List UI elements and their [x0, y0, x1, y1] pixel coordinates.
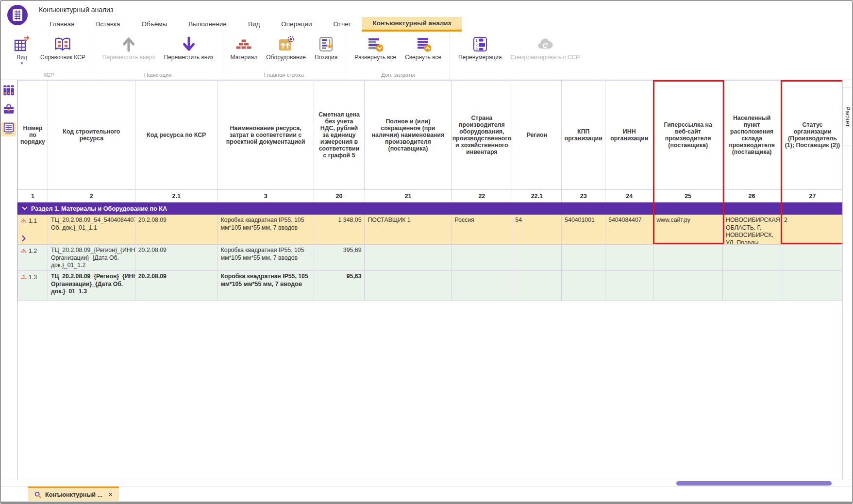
column-number: 1: [18, 190, 48, 202]
ribbon-button-label: Переместить вниз: [164, 54, 214, 61]
book-icon: [54, 35, 71, 53]
app-logo-icon: [7, 4, 28, 26]
column-header[interactable]: ИНН организации: [605, 81, 653, 189]
bricks-button[interactable]: Материал: [226, 34, 262, 62]
horizontal-scrollbar-thumb[interactable]: [676, 481, 832, 486]
table-cell[interactable]: [562, 271, 605, 301]
table-cell[interactable]: [512, 245, 562, 271]
table-cell[interactable]: Коробка квадратная IP55, 105 мм*105 мм*5…: [218, 215, 314, 245]
table-cell[interactable]: 20.2.08.09: [135, 215, 218, 245]
table-cell[interactable]: [781, 245, 842, 271]
ribbon-tab[interactable]: Вид: [237, 17, 270, 32]
table-cell[interactable]: НОВОСИБИРСКАЯ ОБЛАСТЬ, Г. НОВОСИБИРСК, У…: [723, 215, 781, 245]
close-tab-icon[interactable]: ✕: [106, 491, 113, 498]
table-cell[interactable]: [723, 271, 781, 301]
table-cell[interactable]: 5404084407: [605, 215, 653, 245]
column-header[interactable]: Гиперссылка на веб-сайт производителя (п…: [653, 81, 723, 189]
renumber-button[interactable]: 123Перенумерация: [454, 34, 506, 62]
column-header[interactable]: Код ресурса по КСР: [135, 81, 218, 189]
view-table-button[interactable]: Вид▼: [8, 34, 36, 67]
table-cell[interactable]: 20.2.08.09: [135, 245, 218, 271]
table-cell[interactable]: ТЦ_20.2.08.09_54_5404084407_{Дата Об. до…: [48, 215, 135, 245]
sidebar-item-sheet[interactable]: [1, 122, 16, 136]
column-header[interactable]: Наименование ресурса, затрат в соответст…: [218, 81, 314, 189]
table-cell[interactable]: [365, 245, 452, 271]
ribbon-button-label: Переместить вверх: [102, 54, 155, 61]
arrow-down-button[interactable]: Переместить вниз: [160, 34, 218, 62]
collapse-all-button[interactable]: Свернуть все: [401, 34, 446, 62]
right-panel-strip: Расчет: [842, 80, 852, 480]
section-label: Раздел 1. Материалы и Оборудование по КА: [31, 205, 167, 212]
table-cell[interactable]: ПОСТАВЩИК 1: [365, 215, 452, 245]
table-cell[interactable]: [562, 245, 605, 271]
table-cell[interactable]: 20.2.08.09: [135, 271, 218, 301]
ribbon-tab[interactable]: Отчет: [322, 17, 362, 32]
table-cell[interactable]: [653, 245, 723, 271]
table-cell[interactable]: [452, 271, 512, 301]
row-number-cell[interactable]: 1.1: [18, 215, 48, 245]
table-row[interactable]: 1.1ТЦ_20.2.08.09_54_5404084407_{Дата Об.…: [17, 215, 842, 245]
box-button[interactable]: Оборудование: [262, 34, 310, 62]
ribbon-tab[interactable]: Главная: [39, 17, 85, 32]
ribbon-tab[interactable]: Вставка: [85, 17, 131, 32]
section-row[interactable]: Раздел 1. Материалы и Оборудование по КА: [17, 202, 842, 215]
table-cell[interactable]: [512, 271, 562, 301]
bricks-icon: [235, 35, 252, 53]
table-row[interactable]: 1.2ТЦ_20.2.08.09_{Регион}_{ИНН Организац…: [17, 245, 842, 271]
table-cell[interactable]: [723, 245, 781, 271]
bottom-tab-konyunkturny-analiz[interactable]: Конъюнктурный ... ✕: [28, 487, 119, 501]
book-button[interactable]: Справочник КСР: [36, 34, 90, 62]
sidebar-item-binders[interactable]: [1, 84, 16, 99]
row-number-cell[interactable]: 1.3: [18, 271, 48, 301]
ribbon-tab[interactable]: Объёмы: [131, 17, 178, 32]
tab-raschet[interactable]: Расчет: [842, 87, 852, 146]
table-cell[interactable]: Коробка квадратная IP55, 105 мм*105 мм*5…: [218, 271, 314, 301]
column-header[interactable]: Номер по порядку: [18, 81, 48, 189]
table-cell[interactable]: 54: [512, 215, 562, 245]
ribbon-group-name: Главная строка: [226, 71, 342, 80]
column-header[interactable]: Код строительного ресурса: [48, 81, 135, 189]
table-cell[interactable]: 1 348,05: [314, 215, 365, 245]
table-cell[interactable]: [653, 271, 723, 301]
column-header[interactable]: Полное и (или) сокращенное (при наличии)…: [365, 81, 452, 189]
ribbon-button-label: Позиция: [315, 54, 337, 61]
ribbon-tab[interactable]: Операции: [270, 17, 322, 32]
table-cell[interactable]: Россия: [452, 215, 512, 245]
table-cell[interactable]: Коробка квадратная IP55, 105 мм*105 мм*5…: [218, 245, 314, 271]
svg-text:1: 1: [475, 38, 477, 43]
column-header[interactable]: КПП организации: [562, 81, 605, 189]
table-cell[interactable]: 540401001: [562, 215, 605, 245]
table-cell[interactable]: [605, 245, 653, 271]
column-header[interactable]: Статус организации (Производитель (1); П…: [781, 81, 842, 189]
table-cell[interactable]: [452, 245, 512, 271]
column-header[interactable]: Сметная цена без учета НДС, рублей за ед…: [314, 81, 365, 189]
ribbon-group: МатериалОборудованиеПозицияГлавная строк…: [222, 32, 347, 80]
sidebar-item-briefcase[interactable]: [1, 103, 16, 118]
table-cell[interactable]: [781, 271, 842, 301]
ribbon-tab[interactable]: Выполнение: [178, 17, 237, 32]
position-button[interactable]: Позиция: [310, 34, 342, 62]
table-cell[interactable]: 2: [781, 215, 842, 245]
row-expand-icon[interactable]: [21, 235, 26, 242]
table-row[interactable]: 1.3ТЦ_20.2.08.09_{Регион}_{ИНН Организац…: [17, 271, 842, 301]
row-number-cell[interactable]: 1.2: [18, 245, 48, 271]
column-header[interactable]: Регион: [512, 81, 562, 189]
table-cell[interactable]: [365, 271, 452, 301]
table-cell[interactable]: ТЦ_20.2.08.09_{Регион}_{ИНН Организации}…: [48, 245, 135, 271]
sheet-icon: [2, 122, 15, 136]
document-tab-bar: Конъюнктурный ... ✕: [1, 487, 852, 502]
table-cell[interactable]: ТЦ_20.2.08.09_{Регион}_{ИНН Организации}…: [48, 271, 135, 301]
position-icon: [318, 35, 335, 53]
material-icon: [20, 274, 27, 283]
table-cell[interactable]: [605, 271, 653, 301]
table-cell[interactable]: 95,63: [314, 271, 365, 301]
column-header[interactable]: Страна производителя оборудования, произ…: [452, 81, 512, 189]
ribbon-tab[interactable]: Конъюнктурный анализ: [362, 17, 462, 32]
column-header[interactable]: Населенный пункт расположения склада про…: [723, 81, 781, 189]
horizontal-scrollbar-track[interactable]: [1, 480, 852, 487]
arrow-up-icon: [120, 35, 137, 53]
table-cell[interactable]: 395,69: [314, 245, 365, 271]
ribbon-group: 123ПеренумерацияСинхронизировать с ССР: [450, 32, 588, 80]
expand-all-button[interactable]: Развернуть все: [350, 34, 401, 62]
table-cell[interactable]: www.сайт.ру: [653, 215, 723, 245]
